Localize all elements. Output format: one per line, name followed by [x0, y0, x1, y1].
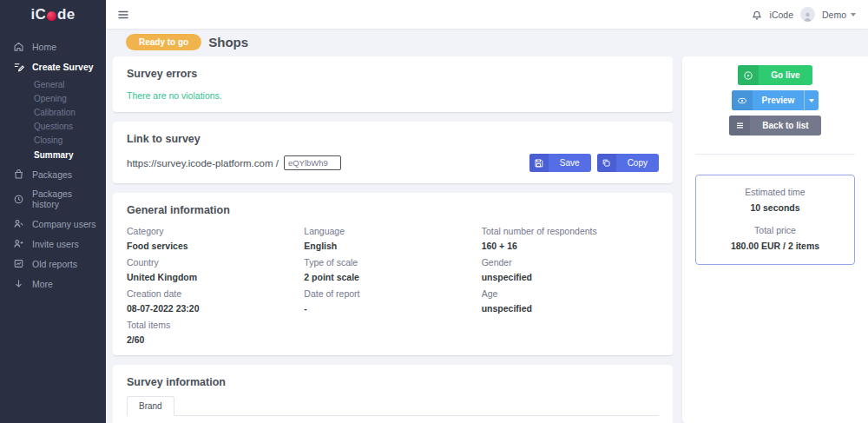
survey-errors-card: Survey errors There are no violations. — [113, 56, 673, 112]
reports-icon — [13, 258, 24, 269]
sidebar-item-label: Home — [32, 42, 56, 52]
sidebar-item-packages[interactable]: Packages — [0, 164, 106, 184]
field-total-respondents: Total number of respondents 160 + 16 — [482, 226, 659, 250]
field-value: 2/60 — [127, 334, 304, 345]
field-value: 2 point scale — [304, 272, 481, 282]
app-logo[interactable]: iCde — [0, 0, 106, 30]
estimated-time-value: 10 seconds — [703, 202, 847, 213]
field-category: Category Food services — [127, 226, 304, 250]
content-columns: Survey errors There are no violations. L… — [113, 56, 868, 423]
link-buttons: Save Copy — [529, 154, 659, 172]
sidebar-item-packages-history[interactable]: Packages history — [0, 184, 106, 214]
copy-icon — [597, 154, 616, 172]
sidebar-item-label: Create Survey — [32, 62, 94, 72]
field-value: 08-07-2022 23:20 — [127, 303, 304, 314]
sidebar-item-label: Packages — [32, 169, 72, 180]
topbar: iCode Demo — [106, 0, 868, 29]
list-icon — [729, 116, 750, 135]
total-price-value: 180.00 EUR / 2 items — [703, 241, 847, 251]
sidebar-nav: Home Create Survey General Opening Calib… — [0, 36, 106, 294]
survey-information-card: Survey information Brand Type Stimuli (1… — [113, 365, 673, 423]
create-survey-subnav: General Opening Calibration Questions Cl… — [0, 76, 106, 164]
panel-divider — [695, 154, 855, 155]
field-value: - — [304, 303, 481, 314]
preview-dropdown-toggle[interactable] — [804, 90, 819, 110]
chevron-down-icon — [851, 13, 856, 17]
field-value: English — [304, 241, 481, 251]
main-area: iCode Demo Ready to go Shops S — [106, 0, 868, 423]
total-price-label: Total price — [703, 225, 847, 235]
sidebar-item-more[interactable]: More — [0, 274, 106, 294]
home-icon — [13, 41, 24, 52]
survey-information-tabs: Brand — [127, 396, 659, 416]
sidebar-item-invite-users[interactable]: Invite users — [0, 234, 106, 254]
field-type-of-scale: Type of scale 2 point scale — [304, 257, 481, 281]
status-badge: Ready to go — [126, 34, 201, 50]
save-icon — [529, 154, 549, 172]
field-label: Category — [127, 226, 304, 236]
subnav-item-closing[interactable]: Closing — [34, 134, 106, 148]
subnav-item-opening[interactable]: Opening — [34, 91, 106, 105]
sidebar: iCde Home Create Survey General Opening … — [0, 0, 106, 423]
field-language: Language English — [304, 226, 481, 250]
page-title: Shops — [208, 35, 248, 50]
link-row: https://survey.icode-platform.com / Save — [127, 154, 659, 172]
back-to-list-label: Back to list — [750, 116, 820, 135]
page-header: Ready to go Shops — [126, 34, 868, 50]
subnav-item-summary[interactable]: Summary — [34, 148, 106, 162]
sidebar-item-label: Company users — [32, 219, 96, 229]
topbar-right: iCode Demo — [751, 7, 856, 22]
user-name: Demo — [822, 10, 846, 20]
subnav-item-calibration[interactable]: Calibration — [34, 105, 106, 119]
general-information-heading: General information — [127, 204, 659, 216]
field-date-of-report: Date of report - — [304, 288, 481, 313]
tab-brand[interactable]: Brand — [127, 396, 174, 416]
back-to-list-button[interactable]: Back to list — [729, 116, 820, 135]
go-live-button[interactable]: Go live — [738, 65, 812, 85]
field-value: 160 + 16 — [482, 241, 659, 251]
field-label: Age — [482, 288, 659, 299]
field-label: Language — [304, 226, 481, 236]
field-age: Age unspecified — [482, 288, 659, 313]
avatar[interactable] — [800, 7, 815, 22]
sidebar-item-label: Old reports — [32, 259, 77, 269]
subnav-item-general[interactable]: General — [34, 77, 106, 91]
field-label: Country — [127, 257, 304, 268]
survey-slug-input[interactable] — [284, 155, 341, 170]
sidebar-item-old-reports[interactable]: Old reports — [0, 254, 106, 274]
field-value: United Kingdom — [127, 272, 304, 282]
topbar-brand: iCode — [770, 10, 793, 20]
sidebar-item-label: Packages history — [32, 188, 101, 209]
field-value: Food services — [127, 241, 304, 251]
sidebar-item-company-users[interactable]: Company users — [0, 214, 106, 234]
price-summary-box: Estimated time 10 seconds Total price 18… — [695, 175, 855, 265]
field-label: Type of scale — [304, 257, 481, 268]
save-button-label: Save — [549, 154, 591, 172]
chevron-down-icon — [809, 99, 814, 102]
create-survey-icon — [13, 61, 24, 72]
save-button[interactable]: Save — [529, 154, 591, 172]
bell-icon[interactable] — [751, 9, 763, 21]
logo-text-prefix: iC — [30, 6, 46, 23]
field-label: Gender — [482, 257, 659, 268]
sidebar-item-label: Invite users — [32, 239, 79, 249]
subnav-item-questions[interactable]: Questions — [34, 120, 106, 134]
user-menu[interactable]: Demo — [822, 10, 856, 20]
general-information-card: General information Category Food servic… — [113, 193, 673, 355]
field-gender: Gender unspecified — [482, 257, 659, 281]
copy-button[interactable]: Copy — [597, 154, 659, 172]
copy-button-label: Copy — [616, 154, 659, 172]
invite-user-icon — [13, 238, 24, 249]
sidebar-item-create-survey[interactable]: Create Survey — [0, 56, 106, 76]
field-label: Creation date — [127, 288, 304, 299]
field-label: Total number of respondents — [482, 226, 659, 236]
logo-dot-icon — [47, 11, 56, 21]
eye-icon — [732, 90, 753, 110]
right-action-panel: Go live Preview Back to list — [682, 56, 868, 423]
general-information-grid: Category Food services Language English … — [127, 226, 659, 344]
field-country: Country United Kingdom — [127, 257, 304, 281]
preview-button[interactable]: Preview — [732, 90, 819, 110]
go-live-label: Go live — [759, 65, 812, 85]
sidebar-item-home[interactable]: Home — [0, 36, 106, 56]
menu-icon[interactable] — [115, 6, 132, 23]
